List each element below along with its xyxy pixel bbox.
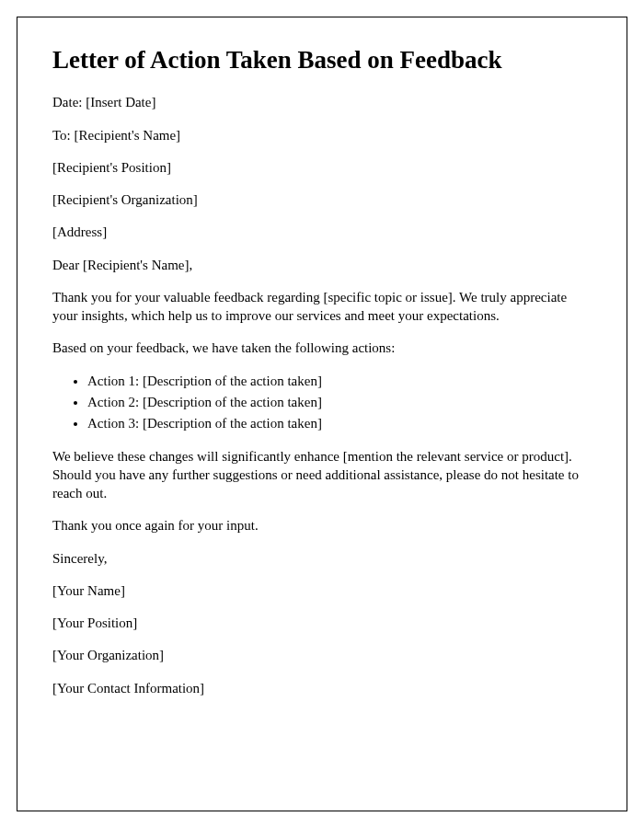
action-item: Action 3: [Description of the action tak… [87,414,592,433]
salutation: Dear [Recipient's Name], [52,256,592,274]
your-position: [Your Position] [52,614,592,632]
to-line: To: [Recipient's Name] [52,126,592,144]
actions-list: Action 1: [Description of the action tak… [87,372,592,433]
action-item: Action 1: [Description of the action tak… [87,372,592,391]
address-line: [Address] [52,223,592,241]
action-item: Action 2: [Description of the action tak… [87,393,592,412]
recipient-organization: [Recipient's Organization] [52,190,592,209]
thanks-line: Thank you once again for your input. [52,516,592,535]
closing-paragraph: We believe these changes will significan… [52,447,592,503]
actions-intro: Based on your feedback, we have taken th… [52,339,592,357]
date-line: Date: [Insert Date] [52,93,592,111]
intro-paragraph: Thank you for your valuable feedback reg… [52,288,592,326]
document-page: Letter of Action Taken Based on Feedback… [17,17,627,811]
your-organization: [Your Organization] [52,646,592,664]
document-title: Letter of Action Taken Based on Feedback [52,45,592,75]
signoff: Sincerely, [52,549,592,568]
recipient-position: [Recipient's Position] [52,158,592,177]
your-contact: [Your Contact Information] [52,679,592,697]
your-name: [Your Name] [52,581,592,600]
